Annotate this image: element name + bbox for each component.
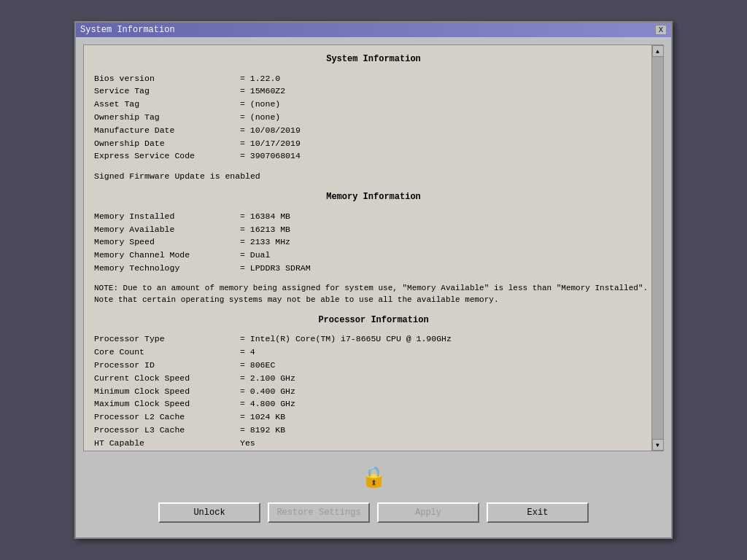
firmware-note: Signed Firmware Update is enabled	[94, 171, 260, 181]
system-info-title: System Information	[94, 52, 653, 66]
lock-icon: 🔒	[361, 464, 387, 489]
core-count-row: Core Count = 4	[94, 346, 653, 359]
current-clock-value: = 2.100 GHz	[240, 372, 295, 385]
bios-version-label: Bios version	[94, 72, 240, 85]
apply-button[interactable]: Apply	[377, 502, 479, 523]
bit-tech-value: Yes (Intel EM64T)	[240, 450, 325, 451]
bios-version-row: Bios version = 1.22.0	[94, 72, 653, 85]
manufacture-date-label: Manufacture Date	[94, 124, 240, 137]
memory-speed-row: Memory Speed = 2133 MHz	[94, 236, 653, 249]
memory-installed-row: Memory Installed = 16384 MB	[94, 210, 653, 223]
spacer1: Signed Firmware Update is enabled	[94, 170, 653, 183]
processor-id-row: Processor ID = 806EC	[94, 359, 653, 372]
info-panel: System Information Bios version = 1.22.0…	[83, 44, 664, 451]
unlock-button[interactable]: Unlock	[158, 502, 260, 523]
memory-available-label: Memory Available	[94, 223, 240, 236]
memory-channel-row: Memory Channel Mode = Dual	[94, 249, 653, 262]
manufacture-date-row: Manufacture Date = 10/08/2019	[94, 124, 653, 137]
memory-technology-value: = LPDDR3 SDRAM	[240, 262, 311, 275]
l3-cache-label: Processor L3 Cache	[94, 424, 240, 437]
asset-tag-label: Asset Tag	[94, 98, 240, 111]
min-clock-value: = 0.400 GHz	[240, 385, 295, 398]
memory-installed-value: = 16384 MB	[240, 210, 290, 223]
current-clock-row: Current Clock Speed = 2.100 GHz	[94, 372, 653, 385]
l3-cache-row: Processor L3 Cache = 8192 KB	[94, 424, 653, 437]
memory-info-title: Memory Information	[94, 190, 653, 204]
ownership-tag-value: = (none)	[240, 111, 280, 124]
memory-available-row: Memory Available = 16213 MB	[94, 223, 653, 236]
memory-technology-label: Memory Technology	[94, 262, 240, 275]
memory-channel-label: Memory Channel Mode	[94, 249, 240, 262]
service-tag-label: Service Tag	[94, 85, 240, 98]
memory-note: NOTE: Due to an amount of memory being a…	[94, 282, 653, 306]
processor-type-value: = Intel(R) Core(TM) i7-8665U CPU @ 1.90G…	[240, 332, 452, 346]
title-bar: System Information X	[76, 23, 671, 37]
current-clock-label: Current Clock Speed	[94, 372, 240, 385]
l2-cache-row: Processor L2 Cache = 1024 KB	[94, 411, 653, 424]
memory-channel-value: = Dual	[240, 249, 270, 262]
info-panel-inner: System Information Bios version = 1.22.0…	[84, 45, 663, 451]
memory-available-value: = 16213 MB	[240, 223, 290, 236]
ownership-date-value: = 10/17/2019	[240, 137, 301, 150]
bit-tech-label: 64-Bit Technology	[94, 450, 240, 451]
bios-window: System Information X System Information …	[74, 21, 673, 539]
min-clock-row: Minimum Clock Speed = 0.400 GHz	[94, 385, 653, 398]
ht-capable-label: HT Capable	[94, 437, 240, 450]
l3-cache-value: = 8192 KB	[240, 424, 285, 437]
l2-cache-value: = 1024 KB	[240, 411, 285, 424]
close-button[interactable]: X	[655, 25, 667, 35]
processor-type-label: Processor Type	[94, 332, 240, 346]
l2-cache-label: Processor L2 Cache	[94, 411, 240, 424]
lock-area: 🔒	[83, 459, 664, 495]
ht-capable-value: Yes	[240, 437, 255, 450]
memory-installed-label: Memory Installed	[94, 210, 240, 223]
asset-tag-value: = (none)	[240, 98, 280, 111]
max-clock-label: Maximum Clock Speed	[94, 397, 240, 411]
window-title: System Information	[80, 25, 175, 35]
ownership-tag-row: Ownership Tag = (none)	[94, 111, 653, 124]
button-row: Unlock Restore Settings Apply Exit	[83, 502, 664, 529]
bit-tech-row: 64-Bit Technology Yes (Intel EM64T)	[94, 450, 653, 451]
service-tag-value: = 15M60Z2	[240, 85, 285, 98]
exit-button[interactable]: Exit	[487, 502, 589, 523]
core-count-label: Core Count	[94, 346, 240, 359]
scroll-down-arrow[interactable]: ▼	[652, 439, 664, 451]
max-clock-value: = 4.800 GHz	[240, 397, 295, 411]
ownership-tag-label: Ownership Tag	[94, 111, 240, 124]
scroll-up-arrow[interactable]: ▲	[652, 45, 664, 57]
processor-id-value: = 806EC	[240, 359, 275, 372]
express-service-code-row: Express Service Code = 3907068014	[94, 149, 653, 163]
ht-capable-row: HT Capable Yes	[94, 437, 653, 450]
scrollbar[interactable]: ▲ ▼	[651, 45, 663, 451]
processor-id-label: Processor ID	[94, 359, 240, 372]
min-clock-label: Minimum Clock Speed	[94, 385, 240, 398]
content-area: System Information Bios version = 1.22.0…	[76, 37, 671, 536]
memory-technology-row: Memory Technology = LPDDR3 SDRAM	[94, 262, 653, 275]
spacer3: NOTE: Due to an amount of memory being a…	[94, 282, 653, 306]
service-tag-row: Service Tag = 15M60Z2	[94, 85, 653, 98]
core-count-value: = 4	[240, 346, 255, 359]
restore-settings-button[interactable]: Restore Settings	[268, 502, 370, 523]
ownership-date-row: Ownership Date = 10/17/2019	[94, 137, 653, 150]
memory-speed-label: Memory Speed	[94, 236, 240, 249]
ownership-date-label: Ownership Date	[94, 137, 240, 150]
scroll-track[interactable]	[652, 57, 663, 439]
processor-info-title: Processor Information	[94, 314, 653, 327]
asset-tag-row: Asset Tag = (none)	[94, 98, 653, 111]
processor-type-row: Processor Type = Intel(R) Core(TM) i7-86…	[94, 332, 653, 346]
express-service-code-label: Express Service Code	[94, 149, 240, 163]
manufacture-date-value: = 10/08/2019	[240, 124, 301, 137]
bios-version-value: = 1.22.0	[240, 72, 280, 85]
memory-speed-value: = 2133 MHz	[240, 236, 290, 249]
express-service-code-value: = 3907068014	[240, 149, 301, 163]
max-clock-row: Maximum Clock Speed = 4.800 GHz	[94, 397, 653, 411]
